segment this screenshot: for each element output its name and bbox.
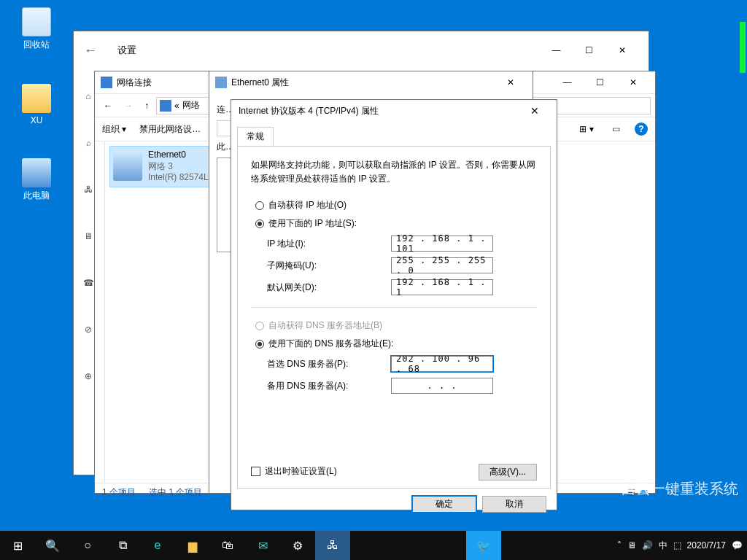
minimize-button[interactable]: — [540,39,573,61]
close-button[interactable]: ✕ [494,71,527,93]
ime-indicator[interactable]: 中 [659,540,667,552]
task-view-icon[interactable]: ⧉ [105,531,140,560]
validate-checkbox[interactable]: 退出时验证设置(L) [251,465,337,478]
ime-mode[interactable]: ⬚ [673,540,681,551]
search-icon[interactable]: 🔍 [35,531,70,560]
side-strip [95,141,105,483]
back-button[interactable]: ← [84,43,97,58]
network-tray-icon[interactable]: 🖥 [627,540,636,551]
action-center-icon[interactable]: 💬 [732,540,743,551]
gateway-label: 默认网关(D): [267,281,391,294]
edge-icon[interactable]: e [140,531,175,560]
battery-indicator [740,22,746,73]
adapter-icon [113,152,142,181]
ipv4-properties-dialog: Internet 协议版本 4 (TCP/IPv4) 属性 ✕ 常规 如果网络支… [231,99,557,510]
tab-general[interactable]: 常规 [237,127,274,147]
dns2-label: 备用 DNS 服务器(A): [267,380,391,392]
nic-icon [215,77,227,88]
ip-label: IP 地址(I): [267,238,391,250]
settings-icon[interactable]: ⚙ [280,531,315,560]
radio-manual-dns[interactable]: 使用下面的 DNS 服务器地址(E): [255,338,537,350]
recycle-bin-icon[interactable]: 回收站 [15,7,58,51]
maximize-button[interactable]: ☐ [584,71,616,93]
preview-pane-icon[interactable]: ▭ [605,120,626,138]
close-icon[interactable]: ✕ [520,105,549,117]
mail-icon[interactable]: ✉ [245,531,280,560]
gateway-input[interactable]: 192 . 168 . 1 . 1 [391,279,493,295]
close-button[interactable]: ✕ [605,39,638,61]
cortana-icon[interactable]: ○ [70,531,105,560]
twitter-icon[interactable]: 🐦 [466,531,501,560]
dns1-label: 首选 DNS 服务器(P): [267,358,391,370]
page-title: 设置 [117,44,136,57]
home-icon[interactable]: ⌂ [85,91,90,101]
explorer-icon[interactable]: ▆ [175,531,210,560]
volume-icon[interactable]: 🔊 [642,540,653,551]
start-button[interactable]: ⊞ [0,531,35,560]
ip-input[interactable]: 192 . 168 . 1 . 101 [391,236,493,252]
radio-manual-ip[interactable]: 使用下面的 IP 地址(S): [255,217,537,230]
disable-network-button[interactable]: 禁用此网络设… [139,123,201,136]
description-text: 如果网络支持此功能，则可以获取自动指派的 IP 设置。否则，你需要从网络系统管理… [251,158,537,186]
minimize-button[interactable]: — [551,71,584,93]
organize-menu[interactable]: 组织 ▾ [102,123,126,136]
user-folder-icon[interactable]: XU [15,84,58,125]
dns2-input[interactable]: . . . [391,378,493,394]
dialup-icon[interactable]: ☎ [83,278,94,288]
status-icon[interactable]: 🖧 [84,184,93,195]
tray-up-icon[interactable]: ˄ [617,540,622,551]
control-panel-icon[interactable]: 🖧 [315,531,350,560]
radio-auto-ip[interactable]: 自动获得 IP 地址(O) [255,199,537,211]
desktop: 回收站 XU 此电脑 ← 设置 — ☐ ✕ ⌂ ⌕ 🖧 🖥 ☎ ⊘ ⊕ [0,0,747,531]
general-panel: 如果网络支持此功能，则可以获取自动指派的 IP 设置。否则，你需要从网络系统管理… [237,146,551,489]
this-pc-icon[interactable]: 此电脑 [15,158,58,202]
dns1-input[interactable]: 202 . 100 . 96 . 68 [391,356,493,372]
proxy-icon[interactable]: ⊕ [85,371,92,381]
ok-button[interactable]: 确定 [412,496,476,513]
maximize-button[interactable]: ☐ [573,39,605,61]
watermark: 白云一键重装系统 [622,479,738,499]
ethernet-icon[interactable]: 🖥 [84,231,93,241]
radio-auto-dns: 自动获得 DNS 服务器地址(B) [255,319,537,332]
taskbar[interactable]: ⊞ 🔍 ○ ⧉ e ▆ 🛍 ✉ ⚙ 🖧 🐦 ˄ 🖥 🔊 中 ⬚ 2020/7/1… [0,531,747,560]
cancel-button[interactable]: 取消 [482,496,546,513]
nav-forward[interactable]: → [120,98,137,113]
nav-back[interactable]: ← [99,98,117,113]
vpn-icon[interactable]: ⊘ [85,324,92,335]
store-icon[interactable]: 🛍 [210,531,245,560]
subnet-input[interactable]: 255 . 255 . 255 . 0 [391,257,493,273]
date[interactable]: 2020/7/17 [687,540,726,551]
folder-icon [160,100,171,112]
netconn-icon [101,77,112,88]
find-icon[interactable]: ⌕ [86,138,91,148]
help-icon[interactable]: ? [635,122,648,136]
nav-up[interactable]: ↑ [140,98,153,113]
view-layout-icon[interactable]: ⊞ ▾ [576,120,597,138]
advanced-button[interactable]: 高级(V)... [479,464,537,481]
close-button[interactable]: ✕ [616,71,649,93]
dialog-title: Internet 协议版本 4 (TCP/IPv4) 属性 [239,105,379,117]
subnet-label: 子网掩码(U): [267,260,391,272]
